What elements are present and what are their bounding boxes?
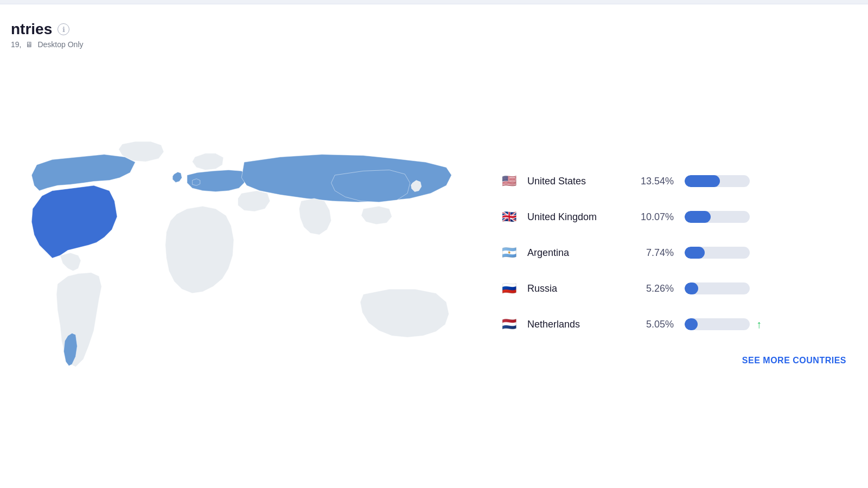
country-pct: 7.74% <box>625 247 674 259</box>
country-flag: 🇳🇱 <box>499 314 519 334</box>
subtitle-date: 19, <box>11 40 21 49</box>
bar-fill <box>685 247 705 259</box>
header-section: ntries ℹ <box>11 21 846 38</box>
map-middle-east <box>238 191 270 211</box>
bar-container <box>685 175 750 187</box>
info-icon[interactable]: ℹ <box>58 23 69 35</box>
map-sea <box>361 206 392 224</box>
country-pct: 10.07% <box>625 211 674 223</box>
map-uk <box>173 172 182 182</box>
bar-container <box>685 247 750 259</box>
subtitle-device: Desktop Only <box>37 40 83 49</box>
see-more-link[interactable]: SEE MORE COUNTRIES <box>499 356 846 365</box>
map-africa <box>165 206 234 293</box>
map-container <box>11 60 477 477</box>
country-name: Russia <box>527 283 625 294</box>
country-flag: 🇬🇧 <box>499 207 519 227</box>
country-row: 🇺🇸United States13.54% <box>499 171 846 191</box>
country-flag: 🇦🇷 <box>499 243 519 262</box>
country-name: United Kingdom <box>527 211 625 223</box>
bar-fill <box>685 282 698 294</box>
map-mexico <box>60 253 81 271</box>
country-row: 🇦🇷Argentina7.74% <box>499 243 846 262</box>
country-flag: 🇺🇸 <box>499 171 519 191</box>
world-map-svg <box>11 60 477 477</box>
section-title: ntries <box>11 21 52 38</box>
map-south-america <box>56 273 101 367</box>
bar-container <box>685 282 750 294</box>
country-pct: 5.05% <box>625 319 674 330</box>
country-list: 🇺🇸United States13.54%🇬🇧United Kingdom10.… <box>499 171 846 334</box>
page-container: ntries ℹ 19, 🖥 Desktop Only <box>0 0 868 488</box>
country-row: 🇬🇧United Kingdom10.07% <box>499 207 846 227</box>
top-bar <box>0 0 868 4</box>
desktop-icon: 🖥 <box>25 40 33 49</box>
map-netherlands <box>192 179 200 185</box>
country-pct: 13.54% <box>625 176 674 187</box>
country-flag: 🇷🇺 <box>499 279 519 298</box>
bar-fill <box>685 175 720 187</box>
country-name: United States <box>527 176 625 187</box>
bar-container <box>685 318 750 330</box>
right-panel: 🇺🇸United States13.54%🇬🇧United Kingdom10.… <box>477 60 846 477</box>
bar-fill <box>685 211 711 223</box>
bar-container <box>685 211 750 223</box>
map-india <box>299 198 331 235</box>
bar-fill <box>685 318 698 330</box>
content-area: ntries ℹ 19, 🖥 Desktop Only <box>0 4 868 488</box>
country-row: 🇳🇱Netherlands5.05%↑ <box>499 314 846 334</box>
map-scandinavia <box>192 153 223 170</box>
country-row: 🇷🇺Russia5.26% <box>499 279 846 298</box>
trend-arrow: ↑ <box>756 318 762 331</box>
map-australia <box>360 289 449 337</box>
map-usa <box>31 185 117 258</box>
map-canada <box>31 155 135 191</box>
country-name: Argentina <box>527 247 625 259</box>
country-pct: 5.26% <box>625 283 674 294</box>
subtitle: 19, 🖥 Desktop Only <box>11 40 846 49</box>
main-content: 🇺🇸United States13.54%🇬🇧United Kingdom10.… <box>11 60 846 477</box>
country-name: Netherlands <box>527 319 625 330</box>
